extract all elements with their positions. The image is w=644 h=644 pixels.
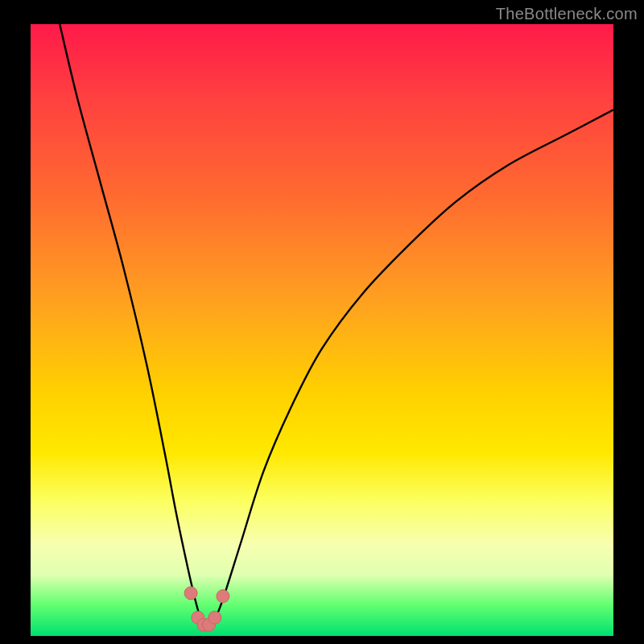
curve-dots xyxy=(184,587,229,632)
watermark-text: TheBottleneck.com xyxy=(496,5,638,23)
curve-dot xyxy=(208,611,221,624)
curve-dot xyxy=(184,587,197,600)
chart-frame: TheBottleneck.com xyxy=(0,0,644,644)
plot-area xyxy=(31,24,613,636)
curve-dot xyxy=(217,590,229,603)
curve-svg xyxy=(31,24,613,636)
bottleneck-curve xyxy=(60,24,613,627)
